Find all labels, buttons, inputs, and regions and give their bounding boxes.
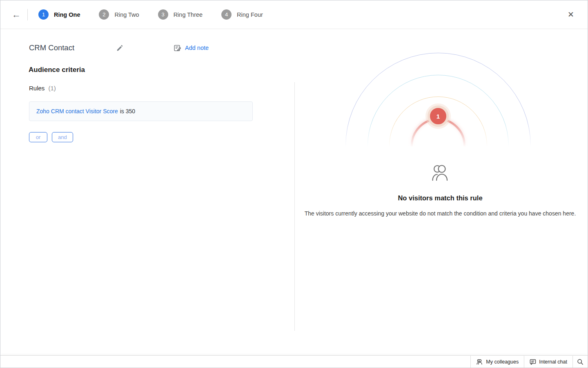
- my-colleagues-button[interactable]: My colleagues: [470, 356, 524, 368]
- back-button[interactable]: ←: [10, 9, 22, 21]
- step-number: 1: [38, 9, 49, 20]
- rules-label: Rules: [29, 85, 45, 92]
- edit-title-button[interactable]: [116, 43, 124, 52]
- add-note-label: Add note: [185, 45, 209, 51]
- internal-chat-label: Internal chat: [539, 359, 567, 365]
- step-number: 2: [99, 9, 109, 20]
- colleagues-icon: [476, 359, 483, 365]
- search-icon: [577, 359, 584, 365]
- search-button[interactable]: [572, 356, 588, 368]
- rules-row: Rules (1): [29, 85, 56, 92]
- ring-setup-window: ← 1Ring One2Ring Two3Ring Three4Ring Fou…: [0, 0, 588, 368]
- step-number: 4: [221, 9, 232, 20]
- empty-state-description: The visitors currently accessing your we…: [295, 210, 586, 217]
- bottom-bar: My colleagues Internal chat: [0, 355, 588, 368]
- ring-one-badge-count: 1: [437, 113, 440, 120]
- step-label: Ring One: [54, 11, 80, 18]
- empty-state-title: No visitors match this rule: [295, 194, 586, 202]
- pencil-icon: [116, 44, 124, 52]
- empty-state: No visitors match this rule The visitors…: [295, 164, 586, 217]
- header-divider: [27, 9, 28, 20]
- section-heading: Audience criteria: [29, 66, 85, 74]
- rule-card[interactable]: Zoho CRM contact Visitor Score is 350: [29, 101, 253, 121]
- audience-criteria-panel: CRM Contact Add note Audience criteria R…: [0, 29, 294, 355]
- stepper: 1Ring One2Ring Two3Ring Three4Ring Four: [38, 9, 263, 20]
- step-ring-one[interactable]: 1Ring One: [38, 9, 80, 20]
- and-button[interactable]: and: [52, 132, 73, 142]
- top-bar: ← 1Ring One2Ring Two3Ring Three4Ring Fou…: [0, 0, 588, 29]
- internal-chat-button[interactable]: Internal chat: [524, 356, 572, 368]
- ring-one-badge: 1: [428, 105, 449, 127]
- page-title: CRM Contact: [29, 43, 74, 52]
- close-button[interactable]: ✕: [565, 9, 577, 21]
- logic-buttons: or and: [29, 132, 73, 142]
- step-number: 3: [158, 9, 168, 20]
- visitors-icon: [430, 164, 450, 181]
- rule-condition: is 350: [120, 108, 135, 114]
- add-note-icon: [174, 44, 181, 52]
- or-button[interactable]: or: [29, 132, 47, 142]
- step-label: Ring Three: [174, 11, 203, 18]
- step-ring-three[interactable]: 3Ring Three: [158, 9, 203, 20]
- step-ring-four[interactable]: 4Ring Four: [221, 9, 263, 20]
- rule-field-link[interactable]: Zoho CRM contact Visitor Score: [36, 108, 118, 114]
- my-colleagues-label: My colleagues: [486, 359, 519, 365]
- rings-visualization: [295, 29, 588, 148]
- step-ring-two[interactable]: 2Ring Two: [99, 9, 139, 20]
- rules-count: (1): [49, 85, 56, 92]
- title-row: CRM Contact Add note: [29, 43, 258, 52]
- step-label: Ring Four: [237, 11, 263, 18]
- add-note-button[interactable]: Add note: [174, 44, 209, 52]
- chat-icon: [530, 359, 536, 365]
- step-label: Ring Two: [114, 11, 139, 18]
